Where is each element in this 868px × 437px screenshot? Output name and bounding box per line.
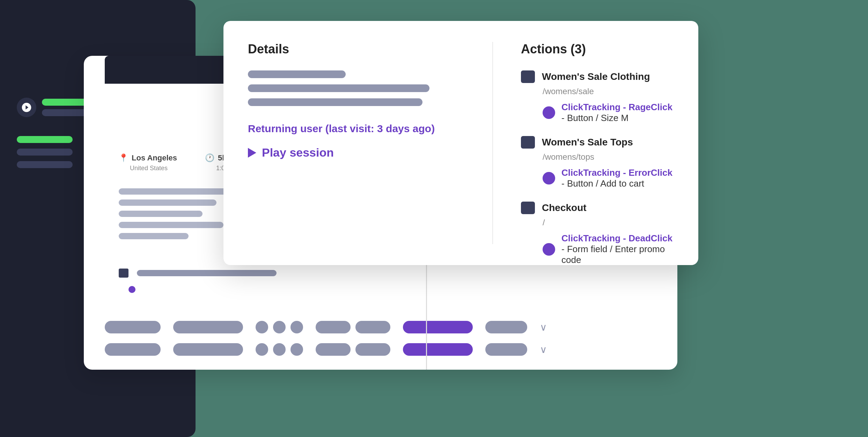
clock-icon: 🕐 (205, 153, 214, 163)
ph-bar-5 (119, 233, 189, 239)
action-event-sep-3: - (561, 244, 567, 254)
action-group-2: Women's Sale Tops /womens/tops ClickTrac… (521, 136, 674, 189)
details-title: Details (248, 42, 464, 56)
action-event-detail-1: - (561, 113, 567, 123)
action-event-sep-2: - (561, 178, 567, 189)
partial-event-row (128, 286, 135, 293)
action-event-detail-text-3: Form field / Enter promo code (561, 244, 665, 265)
action-group-1: Women's Sale Clothing /womens/sale Click… (521, 70, 674, 123)
ph-bar-4 (119, 222, 223, 228)
sidebar-nav-item-1[interactable] (17, 136, 73, 143)
action-event-row-3: ClickTracking - DeadClick - Form field /… (543, 233, 674, 265)
actions-title: Actions (3) (521, 42, 674, 56)
action-dot-2 (543, 172, 555, 184)
page-icon-2 (521, 136, 535, 149)
br-pair-1a (316, 321, 390, 333)
br-dot-2c (290, 343, 303, 356)
action-event-detail-text-2: Button / Add to cart (567, 178, 644, 189)
action-page-name-2: Women's Sale Tops (542, 137, 633, 148)
location-header: 📍 Los Angeles (119, 153, 177, 163)
details-section: Details Returning user (last visit: 3 da… (248, 42, 485, 244)
action-event-bold-3: ClickTracking - DeadClick (561, 233, 672, 243)
br-dot-1a (256, 321, 268, 333)
action-group-3: Checkout / ClickTracking - DeadClick - F… (521, 202, 674, 265)
placeholder-bars-section (119, 188, 230, 239)
action-page-row-3: Checkout (521, 202, 674, 214)
action-dot-1 (543, 106, 555, 119)
play-icon (248, 148, 256, 158)
bottom-row-2: ∨ (105, 343, 547, 356)
br-dot-1b (273, 321, 286, 333)
sidebar-nav-item-3[interactable] (17, 161, 73, 168)
partial-action-row (119, 269, 277, 278)
location-city: Los Angeles (132, 153, 177, 163)
ph-bar-3 (119, 211, 203, 217)
location-pin-icon: 📍 (119, 153, 128, 163)
partial-page-icon (119, 269, 128, 278)
br-pill-purple-2[interactable] (403, 343, 473, 356)
br-dot-2a (256, 343, 268, 356)
br-pill-10[interactable] (485, 343, 527, 356)
app-logo (17, 98, 36, 117)
action-event-text-2: ClickTracking - ErrorClick - Button / Ad… (561, 167, 674, 189)
details-ph-bar-1 (248, 70, 346, 78)
details-ph-bar-2 (248, 84, 429, 92)
action-event-detail-text-1: Button / Size M (567, 113, 628, 123)
action-page-row-1: Women's Sale Clothing (521, 70, 674, 83)
returning-user-text: Returning user (last visit: 3 days ago) (248, 123, 464, 135)
br-pill-1[interactable] (105, 321, 161, 333)
br-chevron-1[interactable]: ∨ (540, 322, 547, 333)
vertical-divider (426, 251, 427, 370)
action-page-name-3: Checkout (542, 202, 587, 213)
action-page-url-1: /womens/sale (543, 86, 674, 96)
br-chevron-2[interactable]: ∨ (540, 344, 547, 355)
sidebar-nav-item-2[interactable] (17, 149, 73, 156)
location-item: 📍 Los Angeles United States (119, 153, 177, 172)
action-event-text-3: ClickTracking - DeadClick - Form field /… (561, 233, 674, 265)
br-pill-4[interactable] (355, 321, 390, 333)
action-page-url-3: / (543, 218, 674, 227)
action-event-text-1: ClickTracking - RageClick - Button / Siz… (561, 102, 674, 123)
br-pill-9[interactable] (355, 343, 390, 356)
br-pair-2a (316, 343, 390, 356)
actions-section: Actions (3) Women's Sale Clothing /women… (500, 42, 674, 244)
br-dot-2b (273, 343, 286, 356)
page-icon-1 (521, 70, 535, 83)
ph-bar-1 (119, 188, 230, 195)
details-card: Details Returning user (last visit: 3 da… (223, 21, 698, 265)
details-placeholder-bars (248, 70, 464, 106)
partial-action-bar (137, 270, 277, 276)
br-pill-purple-1[interactable] (403, 321, 473, 333)
br-dots-group-2 (256, 343, 303, 356)
br-dots-group-1 (256, 321, 303, 333)
sidebar-nav (17, 136, 73, 168)
action-page-row-2: Women's Sale Tops (521, 136, 674, 149)
br-pill-6[interactable] (105, 343, 161, 356)
br-dot-1c (290, 321, 303, 333)
br-pill-5[interactable] (485, 321, 527, 333)
action-event-bold-2: ClickTracking - ErrorClick (561, 167, 672, 178)
logo-icon (21, 102, 32, 113)
play-session-button[interactable]: Play session (248, 146, 464, 159)
bottom-rows-section: ∨ ∨ (105, 321, 547, 356)
location-country: United States (130, 165, 177, 172)
br-pill-2[interactable] (173, 321, 243, 333)
details-ph-bar-3 (248, 98, 422, 106)
play-session-label: Play session (262, 146, 334, 159)
partial-event-dot (128, 286, 135, 293)
action-page-url-2: /womens/tops (543, 152, 674, 162)
bottom-row-1: ∨ (105, 321, 547, 333)
action-event-row-2: ClickTracking - ErrorClick - Button / Ad… (543, 167, 674, 189)
action-event-row-1: ClickTracking - RageClick - Button / Siz… (543, 102, 674, 123)
br-pill-7[interactable] (173, 343, 243, 356)
ph-bar-2 (119, 199, 216, 206)
br-pill-3[interactable] (316, 321, 351, 333)
action-event-bold-1: ClickTracking - RageClick (561, 102, 672, 112)
br-pill-8[interactable] (316, 343, 351, 356)
action-page-name-1: Women's Sale Clothing (542, 71, 650, 82)
card-divider (492, 42, 493, 244)
action-dot-3 (543, 243, 555, 256)
page-icon-3 (521, 202, 535, 214)
